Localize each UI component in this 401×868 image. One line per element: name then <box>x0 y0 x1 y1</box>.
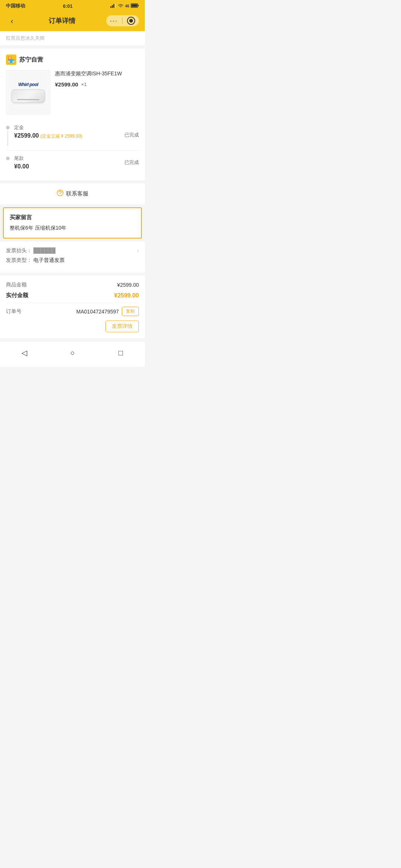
nav-home-button[interactable]: ○ <box>66 346 79 359</box>
product-amount-row: 商品金额 ¥2599.00 <box>6 282 139 288</box>
invoice-header-label-area: 发票抬头： ██████ <box>6 247 55 254</box>
stage-name-2: 尾款 <box>14 155 124 162</box>
brand-logo-dot: · <box>29 82 30 87</box>
header-divider <box>122 17 123 24</box>
buyer-note-title: 买家留言 <box>10 214 135 221</box>
invoice-arrow-icon: › <box>137 247 139 254</box>
signal-icon <box>110 3 116 9</box>
store-name: 苏宁自营 <box>19 56 43 64</box>
contact-icon <box>56 189 64 198</box>
stage-content-1: 定金 ¥2599.00 (定金立减 ¥ 2599.00) <box>14 124 124 139</box>
buyer-note-content: 整机保6年 压缩机保10年 <box>10 224 135 232</box>
back-button[interactable]: ‹ <box>6 15 18 27</box>
stage-dot-1 <box>6 126 10 129</box>
stage-final: 尾款 ¥0.00 已完成 <box>6 151 139 174</box>
header-actions: ··· <box>106 15 139 26</box>
product-image: Whirl·pool <box>6 70 50 115</box>
invoice-detail-button[interactable]: 发票详情 <box>105 320 139 332</box>
product-amount-value: ¥2599.00 <box>117 282 139 288</box>
svg-rect-1 <box>112 5 113 8</box>
store-icon-emoji: 🏪 <box>7 56 15 63</box>
invoice-section: 发票抬头： ██████ › 发票类型： 电子普通发票 <box>0 241 145 273</box>
record-icon <box>129 19 133 23</box>
wifi-icon <box>118 3 124 9</box>
invoice-type-row: 发票类型： 电子普通发票 <box>6 257 139 264</box>
bottom-nav: ◁ ○ □ <box>0 341 145 367</box>
nav-back-button[interactable]: ◁ <box>17 346 31 359</box>
stage-indicator-1 <box>6 124 10 146</box>
payment-stages: 定金 ¥2599.00 (定金立减 ¥ 2599.00) 已完成 尾款 ¥0.0… <box>6 120 139 174</box>
stage-line-1 <box>7 131 8 146</box>
order-number: MA010472479597 <box>76 309 119 315</box>
back-icon: ‹ <box>11 17 13 25</box>
stage-status-1: 已完成 <box>124 132 139 138</box>
stage-amount-row-1: ¥2599.00 (定金立减 ¥ 2599.00) <box>14 132 124 139</box>
svg-rect-0 <box>110 6 111 8</box>
svg-rect-2 <box>113 4 114 8</box>
record-button[interactable] <box>127 17 135 25</box>
partial-text: 红而且您冰久关闻 <box>6 35 45 41</box>
nav-back-icon: ◁ <box>22 348 27 357</box>
page-title: 订单详情 <box>49 16 75 25</box>
product-name: 惠而浦变频空调ISH-35FE1W <box>55 70 139 78</box>
nav-recent-icon: □ <box>118 349 123 357</box>
brand-logo: Whirl·pool <box>18 82 38 87</box>
invoice-header-row[interactable]: 发票抬头： ██████ › <box>6 247 139 254</box>
product-thumbnail <box>12 89 45 103</box>
product-price-row: ¥2599.00 ×1 <box>55 81 139 88</box>
actual-amount-value: ¥2599.00 <box>114 292 139 299</box>
summary-divider <box>6 303 139 303</box>
order-number-label: 订单号 <box>6 308 22 315</box>
stage-content-2: 尾款 ¥0.00 <box>14 155 124 170</box>
product-info: 惠而浦变频空调ISH-35FE1W ¥2599.00 ×1 <box>55 70 139 115</box>
order-number-area: MA010472479597 复制 <box>76 307 139 316</box>
copy-button[interactable]: 复制 <box>122 307 139 316</box>
svg-rect-5 <box>138 5 139 6</box>
product-quantity: ×1 <box>81 82 87 87</box>
store-icon: 🏪 <box>6 55 16 65</box>
invoice-type-area: 发票类型： 电子普通发票 <box>6 257 65 264</box>
stage-amount-2: ¥0.00 <box>14 163 124 170</box>
top-partial-card: 红而且您冰久关闻 <box>0 31 145 46</box>
signal-4g-icon: 46 <box>125 4 129 8</box>
product-price: ¥2599.00 <box>55 81 78 88</box>
invoice-header-label: 发票抬头： <box>6 247 32 253</box>
stage-deposit: 定金 ¥2599.00 (定金立减 ¥ 2599.00) 已完成 <box>6 120 139 151</box>
actual-amount-label: 实付金额 <box>6 292 28 299</box>
stage-name-1: 定金 <box>14 124 124 131</box>
status-icons: 46 <box>110 3 139 9</box>
buyer-note-card: 买家留言 整机保6年 压缩机保10年 <box>3 207 142 239</box>
status-carrier-time: 中国移动 <box>6 3 25 9</box>
invoice-detail-row: 发票详情 <box>6 320 139 332</box>
invoice-type-label: 发票类型： <box>6 257 32 263</box>
invoice-type-value: 电子普通发票 <box>33 257 65 263</box>
store-header: 🏪 苏宁自营 <box>6 55 139 65</box>
contact-section[interactable]: 联系客服 <box>0 183 145 204</box>
invoice-header-value: ██████ <box>33 247 56 253</box>
status-bar: 中国移动 6:01 46 <box>0 0 145 12</box>
battery-icon <box>131 3 139 9</box>
order-number-row: 订单号 MA010472479597 复制 <box>6 307 139 316</box>
stage-indicator-2 <box>6 155 10 160</box>
svg-rect-3 <box>115 3 116 8</box>
stage-amount-1: ¥2599.00 <box>14 132 39 139</box>
stage-dot-2 <box>6 157 10 160</box>
svg-point-8 <box>60 194 61 195</box>
contact-label: 联系客服 <box>66 190 88 197</box>
stage-status-2: 已完成 <box>124 159 139 166</box>
summary-section: 商品金额 ¥2599.00 实付金额 ¥2599.00 订单号 MA010472… <box>0 276 145 338</box>
actual-amount-row: 实付金额 ¥2599.00 <box>6 292 139 299</box>
header: ‹ 订单详情 ··· <box>0 12 145 31</box>
svg-rect-6 <box>131 4 137 7</box>
product-row: Whirl·pool 惠而浦变频空调ISH-35FE1W ¥2599.00 ×1 <box>6 70 139 115</box>
nav-recent-button[interactable]: □ <box>114 346 127 359</box>
nav-home-icon: ○ <box>70 349 75 357</box>
status-time: 6:01 <box>63 3 72 9</box>
product-amount-label: 商品金额 <box>6 282 27 288</box>
suning-card: 🏪 苏宁自营 Whirl·pool 惠而浦变频空调ISH-35FE1W ¥259… <box>0 49 145 180</box>
stage-discount-1: (定金立减 ¥ 2599.00) <box>40 134 82 139</box>
more-options-button[interactable]: ··· <box>110 17 118 25</box>
